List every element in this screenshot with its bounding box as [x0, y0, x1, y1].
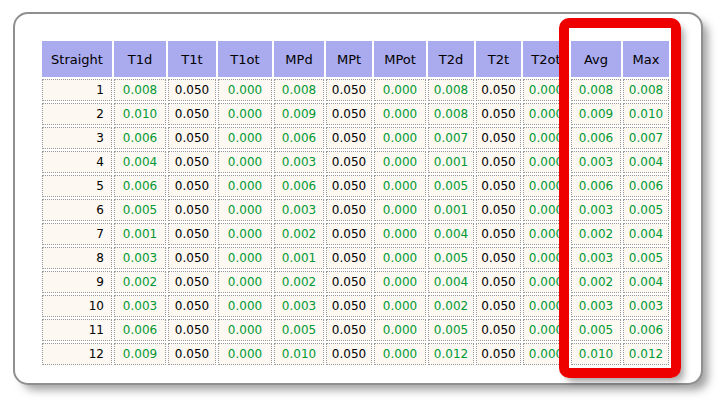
cell-mpd: 0.001	[274, 247, 324, 269]
column-header-t1d: T1d	[114, 41, 166, 77]
cell-t2t: 0.050	[476, 199, 521, 221]
cell-t2t: 0.050	[476, 319, 521, 341]
row-number: 9	[42, 271, 112, 293]
cell-t1d: 0.006	[114, 319, 166, 341]
cell-t1d: 0.002	[114, 271, 166, 293]
cell-t2d: 0.004	[428, 271, 474, 293]
cell-t1ot: 0.000	[218, 151, 272, 173]
cell-t2d: 0.002	[428, 295, 474, 317]
row-number: 8	[42, 247, 112, 269]
cell-mpot: 0.000	[374, 127, 426, 149]
cell-mpt: 0.050	[326, 319, 372, 341]
cell-t2t: 0.050	[476, 247, 521, 269]
cell-mpd: 0.003	[274, 295, 324, 317]
cell-t2d: 0.005	[428, 175, 474, 197]
cell-t1t: 0.050	[168, 199, 216, 221]
row-number: 10	[42, 295, 112, 317]
cell-t2d: 0.005	[428, 319, 474, 341]
cell-mpd: 0.009	[274, 103, 324, 125]
cell-mpt: 0.050	[326, 175, 372, 197]
cell-mpot: 0.000	[374, 223, 426, 245]
cell-t1d: 0.003	[114, 247, 166, 269]
cell-t2d: 0.004	[428, 223, 474, 245]
cell-mpd: 0.008	[274, 79, 324, 101]
cell-mpot: 0.000	[374, 319, 426, 341]
cell-t1t: 0.050	[168, 79, 216, 101]
row-number: 2	[42, 103, 112, 125]
cell-t1d: 0.005	[114, 199, 166, 221]
cell-mpt: 0.050	[326, 295, 372, 317]
cell-t1ot: 0.000	[218, 103, 272, 125]
cell-t1ot: 0.000	[218, 295, 272, 317]
cell-mpt: 0.050	[326, 103, 372, 125]
cell-mpd: 0.003	[274, 199, 324, 221]
cell-mpt: 0.050	[326, 79, 372, 101]
cell-mpot: 0.000	[374, 343, 426, 365]
row-number: 6	[42, 199, 112, 221]
row-number: 4	[42, 151, 112, 173]
cell-t1d: 0.008	[114, 79, 166, 101]
cell-mpt: 0.050	[326, 223, 372, 245]
cell-t1t: 0.050	[168, 175, 216, 197]
cell-t2d: 0.001	[428, 199, 474, 221]
cell-t2d: 0.008	[428, 79, 474, 101]
cell-mpot: 0.000	[374, 151, 426, 173]
cell-t2t: 0.050	[476, 295, 521, 317]
row-number: 1	[42, 79, 112, 101]
cell-mpt: 0.050	[326, 151, 372, 173]
row-number: 5	[42, 175, 112, 197]
cell-mpt: 0.050	[326, 247, 372, 269]
cell-t2t: 0.050	[476, 103, 521, 125]
cell-t2t: 0.050	[476, 151, 521, 173]
cell-mpd: 0.006	[274, 175, 324, 197]
cell-t1t: 0.050	[168, 319, 216, 341]
cell-mpd: 0.006	[274, 127, 324, 149]
row-number: 12	[42, 343, 112, 365]
cell-t1d: 0.010	[114, 103, 166, 125]
cell-t1ot: 0.000	[218, 175, 272, 197]
highlight-rectangle	[559, 18, 681, 378]
cell-mpt: 0.050	[326, 343, 372, 365]
cell-t1ot: 0.000	[218, 319, 272, 341]
cell-t1ot: 0.000	[218, 79, 272, 101]
cell-mpt: 0.050	[326, 199, 372, 221]
cell-t1t: 0.050	[168, 223, 216, 245]
cell-t1d: 0.001	[114, 223, 166, 245]
cell-mpd: 0.005	[274, 319, 324, 341]
cell-t2t: 0.050	[476, 127, 521, 149]
row-number: 7	[42, 223, 112, 245]
cell-t1ot: 0.000	[218, 127, 272, 149]
cell-t1t: 0.050	[168, 343, 216, 365]
screenshot-canvas: StraightT1dT1tT1otMPdMPtMPotT2dT2tT2otAv…	[0, 0, 723, 403]
cell-mpot: 0.000	[374, 79, 426, 101]
cell-t1ot: 0.000	[218, 247, 272, 269]
cell-mpd: 0.003	[274, 151, 324, 173]
cell-t2d: 0.007	[428, 127, 474, 149]
cell-t2t: 0.050	[476, 223, 521, 245]
cell-mpot: 0.000	[374, 199, 426, 221]
column-header-mpt: MPt	[326, 41, 372, 77]
cell-mpt: 0.050	[326, 127, 372, 149]
cell-mpot: 0.000	[374, 175, 426, 197]
row-number: 11	[42, 319, 112, 341]
column-header-mpd: MPd	[274, 41, 324, 77]
cell-t2t: 0.050	[476, 271, 521, 293]
cell-mpot: 0.000	[374, 295, 426, 317]
cell-t2d: 0.001	[428, 151, 474, 173]
cell-mpd: 0.010	[274, 343, 324, 365]
column-header-t1ot: T1ot	[218, 41, 272, 77]
cell-t2d: 0.008	[428, 103, 474, 125]
cell-mpt: 0.050	[326, 271, 372, 293]
cell-t1d: 0.006	[114, 127, 166, 149]
cell-t1d: 0.003	[114, 295, 166, 317]
cell-t1t: 0.050	[168, 103, 216, 125]
cell-t1t: 0.050	[168, 151, 216, 173]
column-header-straight: Straight	[42, 41, 112, 77]
cell-t1t: 0.050	[168, 295, 216, 317]
cell-mpd: 0.002	[274, 223, 324, 245]
column-header-t1t: T1t	[168, 41, 216, 77]
cell-t1d: 0.006	[114, 175, 166, 197]
cell-t1ot: 0.000	[218, 199, 272, 221]
cell-t1ot: 0.000	[218, 343, 272, 365]
cell-mpot: 0.000	[374, 271, 426, 293]
